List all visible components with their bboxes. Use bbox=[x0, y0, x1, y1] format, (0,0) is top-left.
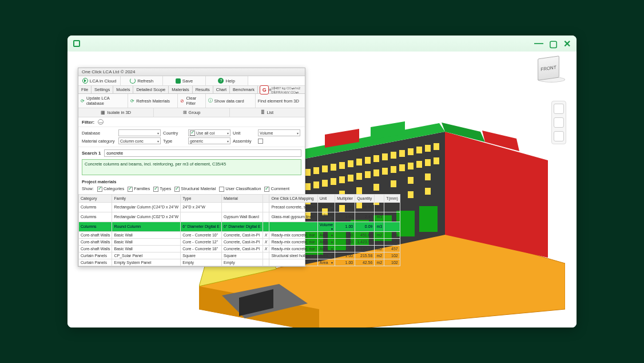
tab-settings[interactable]: Settings bbox=[92, 86, 113, 93]
filter-collapse-icon[interactable]: — bbox=[98, 119, 104, 125]
svg-rect-26 bbox=[356, 173, 362, 180]
viewcube[interactable]: FRONT bbox=[538, 57, 565, 85]
svg-rect-34 bbox=[425, 159, 431, 166]
table-row[interactable]: Curtain PanelsEmpty System PanelEmptyEmp… bbox=[79, 259, 400, 266]
col-multiplier[interactable]: Multiplier bbox=[335, 194, 355, 202]
table-row[interactable]: ColumnsRound Column6" Diameter Digital E… bbox=[79, 222, 400, 231]
svg-rect-10 bbox=[356, 159, 362, 165]
show-row: Show: Categories Families Types Structur… bbox=[78, 186, 305, 194]
tab-results[interactable]: Results bbox=[193, 86, 213, 93]
refresh-icon bbox=[130, 78, 136, 84]
save-button[interactable]: Save bbox=[163, 76, 205, 85]
table-header: Category Family Type Material One Click … bbox=[79, 194, 400, 202]
svg-rect-42 bbox=[408, 177, 414, 184]
table-row[interactable]: Core-shaft WallsBasic WallCore - Concret… bbox=[79, 238, 400, 245]
gwp-value: 18487 kg CO₂e/m2 bbox=[271, 86, 300, 90]
col-unit2[interactable] bbox=[375, 194, 384, 202]
show-data-card-button[interactable]: ⓘShow data card bbox=[206, 94, 256, 108]
view-row: ▦Isolate in 3D ⊞Group ≣List bbox=[78, 108, 305, 117]
col-mapping[interactable]: One Click LCA Mapping bbox=[269, 194, 317, 202]
tab-materials[interactable]: Materials bbox=[169, 86, 192, 93]
search-input[interactable] bbox=[104, 149, 301, 157]
tab-models[interactable]: Models bbox=[113, 86, 133, 93]
col-quantity[interactable]: Quantity bbox=[355, 194, 375, 202]
refresh-materials-button[interactable]: ⟳Refresh Materials bbox=[128, 94, 178, 108]
svg-rect-41 bbox=[391, 180, 396, 187]
gwp-badge: G 18487 kg CO₂e/m2 DEFRA kbV CO₂e bbox=[260, 85, 300, 94]
show-comment-checkbox[interactable] bbox=[264, 187, 269, 192]
svg-rect-24 bbox=[339, 176, 345, 183]
col-family[interactable]: Family bbox=[112, 194, 181, 202]
refresh-button[interactable]: Refresh bbox=[121, 76, 163, 85]
table-row[interactable]: Core-shaft WallsBasic WallCore - Concret… bbox=[79, 231, 400, 238]
play-icon bbox=[82, 78, 88, 84]
viewcube-face-front[interactable]: FRONT bbox=[538, 56, 559, 81]
country-select[interactable]: Use all coi▾ bbox=[188, 129, 230, 136]
tab-file[interactable]: File bbox=[78, 86, 92, 93]
svg-rect-4 bbox=[305, 169, 311, 176]
group-button[interactable]: ⊞Group bbox=[154, 108, 229, 117]
show-types-checkbox[interactable] bbox=[153, 187, 158, 192]
svg-rect-39 bbox=[356, 187, 362, 194]
svg-rect-19 bbox=[434, 143, 439, 150]
database-select[interactable]: ▾ bbox=[118, 129, 161, 136]
save-icon bbox=[176, 78, 181, 84]
find-from-3d-button[interactable]: Find element from 3D bbox=[256, 94, 305, 108]
clear-filter-button[interactable]: ⊘Clear Filter bbox=[178, 94, 205, 108]
titlebar-controls: — ▢ ✕ bbox=[534, 38, 571, 49]
table-row[interactable]: Curtain PanelsCP_Solar PanelSquareSquare… bbox=[79, 252, 400, 259]
col-category[interactable]: Category bbox=[79, 194, 112, 202]
panel-title: One Click LCA Ltd © 2024 bbox=[78, 68, 305, 76]
type-select[interactable]: generic▾ bbox=[188, 137, 230, 144]
table-row[interactable]: ColumnsRectangular Column (C02"D x 24"WG… bbox=[79, 212, 400, 222]
tab-chart[interactable]: Chart bbox=[213, 86, 230, 93]
col-ix[interactable] bbox=[263, 194, 269, 202]
table-row[interactable]: Core-shaft WallsBasic WallCore - Concret… bbox=[79, 245, 400, 252]
svg-rect-22 bbox=[322, 180, 328, 187]
matcat-select[interactable]: Column conc▾ bbox=[118, 137, 161, 144]
viewport[interactable]: FRONT One Click LCA Ltd © 2024 LCA in Cl… bbox=[67, 52, 577, 328]
svg-rect-16 bbox=[408, 148, 414, 155]
nav-home-icon[interactable] bbox=[554, 104, 564, 114]
show-userclass-checkbox[interactable] bbox=[219, 187, 224, 192]
svg-rect-57 bbox=[419, 206, 438, 232]
search-row: Search 1 bbox=[78, 147, 305, 159]
grade-g-icon: G bbox=[260, 85, 269, 94]
minimize-button[interactable]: — bbox=[534, 38, 543, 49]
nav-pan-icon[interactable] bbox=[554, 131, 564, 141]
show-structural-checkbox[interactable] bbox=[174, 187, 180, 192]
lca-in-cloud-button[interactable]: LCA in Cloud bbox=[78, 76, 121, 85]
materials-table[interactable]: Category Family Type Material One Click … bbox=[78, 194, 400, 266]
assembly-label: Assembly bbox=[233, 139, 256, 144]
col-thickness[interactable]: T(mm) bbox=[384, 194, 400, 202]
col-type[interactable]: Type bbox=[181, 194, 222, 202]
tab-detailed-scope[interactable]: Detailed Scope bbox=[133, 86, 169, 93]
show-families-checkbox[interactable] bbox=[128, 187, 133, 192]
isolate-3d-button[interactable]: ▦Isolate in 3D bbox=[78, 108, 154, 117]
col-material[interactable]: Material bbox=[221, 194, 263, 202]
svg-rect-43 bbox=[425, 173, 431, 180]
table-row[interactable]: ColumnsRectangular Column (C24"D x 24"W2… bbox=[79, 202, 400, 212]
assembly-checkbox[interactable] bbox=[258, 139, 263, 144]
show-categories-checkbox[interactable] bbox=[97, 187, 102, 192]
svg-rect-8 bbox=[339, 162, 345, 169]
svg-rect-15 bbox=[399, 150, 405, 157]
update-database-button[interactable]: ⟳Update LCA database bbox=[78, 94, 128, 108]
help-button[interactable]: ?Help bbox=[206, 76, 248, 85]
filter-label: Filter: bbox=[82, 120, 94, 125]
list-button[interactable]: ≣List bbox=[230, 108, 305, 117]
close-button[interactable]: ✕ bbox=[563, 38, 571, 49]
svg-rect-11 bbox=[365, 157, 371, 164]
svg-rect-18 bbox=[425, 145, 431, 152]
svg-rect-32 bbox=[408, 163, 414, 169]
unit-label: Unit bbox=[233, 131, 256, 136]
assembly-cell bbox=[258, 138, 300, 144]
svg-rect-28 bbox=[373, 169, 379, 176]
unit-select[interactable]: Volume▾ bbox=[258, 129, 300, 136]
tab-benchmark[interactable]: Benchmark bbox=[230, 86, 258, 93]
maximize-button[interactable]: ▢ bbox=[549, 38, 558, 49]
nav-orbit-icon[interactable] bbox=[554, 117, 564, 128]
svg-rect-9 bbox=[348, 160, 353, 167]
search-suggestion[interactable]: Concrete columns and beams, incl. reinfo… bbox=[82, 159, 301, 175]
col-unit[interactable]: Unit bbox=[317, 194, 335, 202]
